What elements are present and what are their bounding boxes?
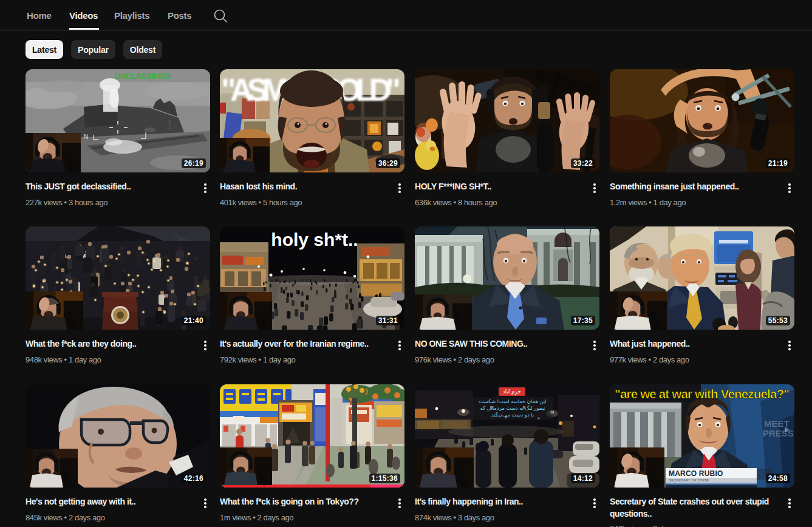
svg-text:MARCO RUBIO: MARCO RUBIO: [669, 469, 723, 478]
svg-text:این همان حماسه است! شکست: این همان حماسه است! شکست: [479, 398, 546, 404]
svg-text:خرم اباد: خرم اباد: [503, 389, 521, 395]
svg-text:holy sh*t..: holy sh*t..: [271, 229, 358, 250]
svg-text:UNCLASSIFIED: UNCLASSIFIED: [115, 72, 171, 81]
svg-text:N: N: [84, 134, 88, 140]
svg-text:SECRETARY OF STATE: SECRETARY OF STATE: [669, 478, 709, 482]
svg-text:تیمور لنگ به دست مردمانی که: تیمور لنگ به دست مردمانی که: [480, 405, 545, 411]
svg-text:"are we at war with Venezuela?: "are we at war with Venezuela?": [615, 387, 790, 401]
svg-text:با دو دست می‌جنگند: با دو دست می‌جنگند: [491, 412, 534, 418]
svg-text:MEET: MEET: [764, 418, 790, 429]
